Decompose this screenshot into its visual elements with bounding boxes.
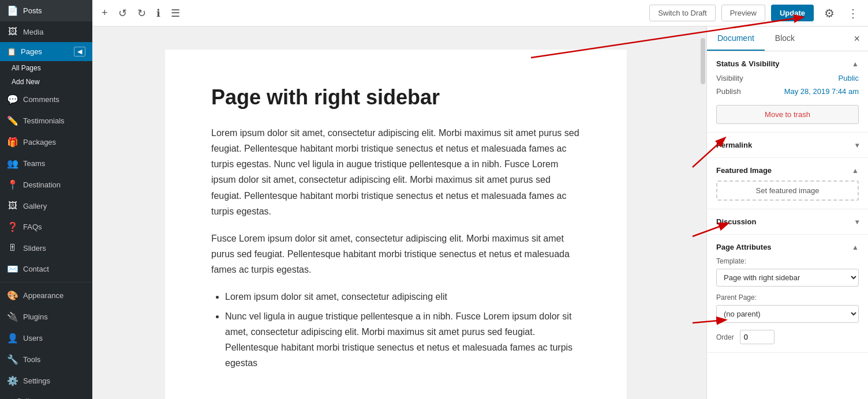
posts-icon: 📄 [7,5,18,16]
order-row: Order [716,330,859,344]
teams-icon: 👥 [7,158,18,169]
preview-button[interactable]: Preview [721,5,765,21]
status-visibility-title: Status & Visibility [716,59,780,68]
redo-button[interactable]: ↻ [135,5,148,22]
tools-icon: 🔧 [7,354,18,365]
add-block-button[interactable]: + [99,5,110,21]
bullet-list: Lorem ipsum dolor sit amet, consectetur … [211,289,581,371]
topbar: + ↺ ↻ ℹ ☰ Switch to Draft Preview Update… [92,0,868,27]
appearance-icon: 🎨 [7,290,18,301]
list-item-1: Lorem ipsum dolor sit amet, consectetur … [225,289,581,304]
set-featured-image-button[interactable]: Set featured image [716,180,859,201]
media-icon: 🖼 [7,27,18,37]
sidebar-item-sliders[interactable]: 🎚 Sliders [0,238,92,258]
panel-close-button[interactable]: × [845,27,868,51]
right-panel: Document Block × Status & Visibility ▲ V… [706,27,868,399]
publish-value[interactable]: May 28, 2019 7:44 am [784,87,859,96]
gallery-icon: 🖼 [7,201,18,211]
tab-document[interactable]: Document [707,27,765,51]
destination-icon: 📍 [7,179,18,190]
page-title: Page with right sidebar [211,84,581,111]
page-attributes-title: Page Attributes [716,243,772,251]
paragraph-1: Lorem ipsum dolor sit amet, consectetur … [211,125,581,219]
page-attributes-header[interactable]: Page Attributes ▲ [716,243,859,251]
editor-area[interactable]: Page with right sidebar Lorem ipsum dolo… [92,27,699,399]
scrollbar-track [699,27,706,399]
update-button[interactable]: Update [771,5,814,21]
sidebar-item-media[interactable]: 🖼 Media [0,21,92,42]
switch-draft-button[interactable]: Switch to Draft [649,5,716,21]
plugins-icon: 🔌 [7,311,18,322]
sidebar-add-new[interactable]: Add New [0,75,92,89]
collapse-menu[interactable]: ◀ Collapse menu [0,392,92,399]
order-label: Order [716,333,734,341]
sidebar-item-plugins[interactable]: 🔌 Plugins [0,306,92,328]
paragraph-2: Fusce Lorem ipsum dolor sit amet, consec… [211,231,581,278]
info-button[interactable]: ℹ [154,5,163,22]
featured-image-header[interactable]: Featured Image ▲ [716,166,859,175]
sidebar-item-tools[interactable]: 🔧 Tools [0,349,92,370]
sliders-icon: 🎚 [7,243,18,253]
permalink-header[interactable]: Permalink ▾ [716,141,859,149]
permalink-title: Permalink [716,141,752,149]
sidebar-item-appearance[interactable]: 🎨 Appearance [0,285,92,306]
main-area: Page with right sidebar Lorem ipsum dolo… [92,27,868,399]
faqs-icon: ❓ [7,221,18,232]
editor-content: Page with right sidebar Lorem ipsum dolo… [165,50,627,399]
template-label: Template: [716,257,859,265]
sidebar-item-faqs[interactable]: ❓ FAQs [0,216,92,238]
sidebar-item-comments[interactable]: 💬 Comments [0,89,92,110]
sidebar-item-destination[interactable]: 📍 Destination [0,174,92,195]
sidebar-item-testimonials[interactable]: ✏️ Testimonials [0,110,92,131]
settings-icon: ⚙️ [7,375,18,386]
sidebar-item-contact[interactable]: ✉️ Contact [0,258,92,280]
sidebar-item-posts[interactable]: 📄 Posts [0,0,92,21]
users-icon: 👤 [7,333,18,344]
permalink-section: Permalink ▾ [707,133,868,158]
page-body: Lorem ipsum dolor sit amet, consectetur … [211,125,581,371]
more-options-button[interactable]: ⋮ [845,4,861,22]
undo-button[interactable]: ↺ [116,5,129,22]
panel-header: Document Block × [707,27,868,51]
sidebar: 📄 Posts 🖼 Media 📋 Pages ◀ All Pages Add … [0,0,92,399]
sidebar-item-packages[interactable]: 🎁 Packages [0,131,92,153]
visibility-label: Visibility [716,74,743,82]
discussion-chevron: ▾ [855,218,859,226]
move-trash-button[interactable]: Move to trash [716,105,859,124]
scrollbar-thumb[interactable] [701,38,705,84]
status-visibility-header[interactable]: Status & Visibility ▲ [716,59,859,68]
visibility-value[interactable]: Public [839,74,859,82]
contact-icon: ✉️ [7,264,18,274]
testimonials-icon: ✏️ [7,115,18,126]
featured-image-chevron: ▲ [852,167,859,175]
publish-label: Publish [716,87,741,96]
sidebar-item-users[interactable]: 👤 Users [0,328,92,349]
discussion-section: Discussion ▾ [707,209,868,235]
permalink-chevron: ▾ [855,141,859,149]
comments-icon: 💬 [7,94,18,105]
featured-image-title: Featured Image [716,166,772,175]
packages-icon: 🎁 [7,137,18,148]
parent-page-label: Parent Page: [716,293,859,302]
parent-page-select[interactable]: (no parent) [716,305,859,323]
template-select[interactable]: Page with right sidebar [716,269,859,287]
page-attributes-content: Template: Page with right sidebar Parent… [716,257,859,344]
sidebar-all-pages[interactable]: All Pages [0,61,92,75]
list-view-button[interactable]: ☰ [169,5,182,22]
page-attributes-chevron: ▲ [852,243,859,251]
collapse-icon: ◀ [7,397,13,399]
page-attributes-section: Page Attributes ▲ Template: Page with ri… [707,235,868,353]
list-item-2: Nunc vel ligula in augue tristique pelle… [225,308,581,371]
discussion-header[interactable]: Discussion ▾ [716,217,859,226]
settings-gear-button[interactable]: ⚙ [820,4,839,22]
sidebar-item-gallery[interactable]: 🖼 Gallery [0,195,92,216]
featured-image-section: Featured Image ▲ Set featured image [707,158,868,209]
status-visibility-chevron: ▲ [852,60,859,68]
sidebar-item-settings[interactable]: ⚙️ Settings [0,370,92,392]
tab-block[interactable]: Block [765,27,805,51]
status-visibility-content: Visibility Public Publish May 28, 2019 7… [716,74,859,124]
order-input[interactable] [740,330,775,344]
discussion-title: Discussion [716,217,756,226]
sidebar-item-teams[interactable]: 👥 Teams [0,153,92,174]
sidebar-item-pages[interactable]: 📋 Pages ◀ [0,42,92,61]
